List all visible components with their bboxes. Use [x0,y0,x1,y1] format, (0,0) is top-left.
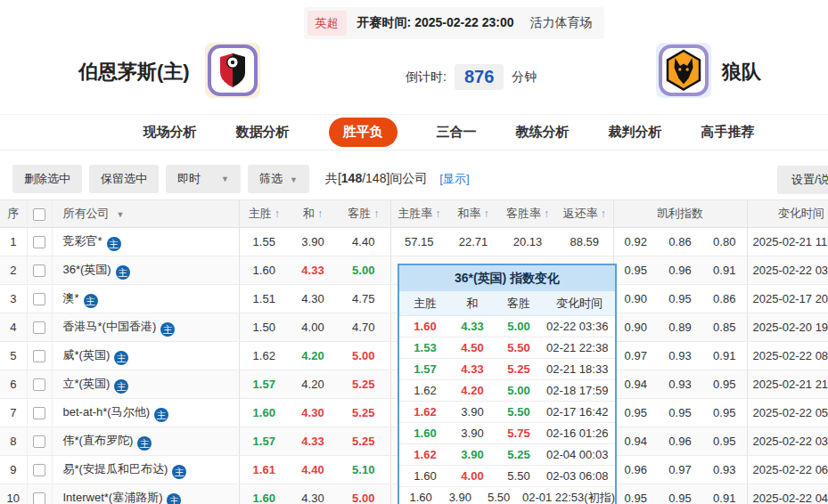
odds-lose-cell: 5.00 [337,256,390,285]
kelly-lose-cell: 0.80 [702,228,747,256]
odds-win-cell: 1.51 [239,285,289,313]
odds-win-cell: 1.61 [239,456,289,484]
return-rate-cell: 88.59 [556,228,613,256]
company-name: Interwet*(塞浦路斯) [63,491,163,504]
filter-button[interactable]: 筛选▼ [248,165,309,193]
tab-4[interactable]: 教练分析 [516,124,570,141]
row-checkbox[interactable] [33,378,45,391]
odds-draw-cell: 4.30 [289,399,337,427]
odds-win-cell: 1.57 [239,370,289,399]
home-indicator-icon: 主 [154,408,168,422]
popup-col-3: 变化时间 [544,296,615,312]
popup-row: 1.623.905.5002-17 16:42 [399,402,615,423]
kelly-draw-cell: 0.97 [658,456,702,484]
col-select [27,200,52,228]
col-lose-sort[interactable]: 客胜↑ [337,200,390,228]
col-win-sort[interactable]: 主胜↑ [239,200,289,228]
show-link[interactable]: [显示] [439,171,469,187]
analysis-tabs: 现场分析数据分析胜平负三合一教练分析裁判分析高手推荐 [0,114,828,150]
odds-mode-select[interactable]: 即时▼ [166,165,241,193]
popup-win: 1.60 [399,469,451,483]
popup-draw: 4.00 [451,469,494,483]
popup-row: 1.603.905.5002-01 22:53(初指) [399,487,615,504]
company-name: 36*(英国) [63,263,111,276]
tab-2-active[interactable]: 胜平负 [329,118,398,147]
select-all-checkbox[interactable] [33,208,45,221]
popup-row: 1.623.905.2502-04 00:03 [399,444,615,466]
col-change-time-sort[interactable]: 变化时间↑ [747,200,828,228]
company-cell[interactable]: Interwet*(塞浦路斯)主 [52,484,239,504]
company-cell[interactable]: 澳*主 [52,285,239,313]
popup-col-1: 和 [451,296,494,312]
settings-button[interactable]: 设置/说明 [777,166,828,194]
col-return-rate-sort[interactable]: 返还率↑ [556,200,613,228]
popup-title: 36*(英国) 指数变化 [399,265,615,291]
tab-0[interactable]: 现场分析 [143,124,197,141]
company-cell[interactable]: 易*(安提瓜和巴布达)主 [52,456,239,484]
company-cell[interactable]: 立*(英国)主 [52,370,239,399]
chevron-down-icon: ▼ [290,175,298,184]
kelly-win-cell: 0.94 [613,427,658,456]
row-checkbox[interactable] [33,236,45,248]
venue: 活力体育场 [529,15,592,31]
popup-lose: 5.00 [494,384,544,397]
tab-1[interactable]: 数据分析 [236,124,290,141]
tab-5[interactable]: 裁判分析 [609,124,662,141]
popup-lose: 5.75 [494,427,544,440]
row-checkbox[interactable] [33,293,45,305]
odds-lose-cell: 5.25 [337,427,390,456]
keep-selected-button[interactable]: 保留选中 [89,165,159,193]
change-time-cell: 2025-02-22 08:18 [747,342,828,370]
row-select-cell [27,456,52,484]
row-checkbox[interactable] [33,492,45,504]
row-checkbox[interactable] [33,350,45,362]
popup-draw: 4.20 [451,384,494,397]
popup-change-time: 02-16 01:26 [544,427,615,440]
row-checkbox[interactable] [33,435,45,448]
company-name: bet-at-h*(马尔他) [63,405,151,419]
popup-win: 1.62 [399,405,451,419]
col-kelly: 凯利指数 [613,200,747,228]
tab-3[interactable]: 三合一 [437,124,477,141]
kelly-draw-cell: 0.96 [658,256,702,285]
company-cell[interactable]: bet-at-h*(马尔他)主 [52,399,239,427]
kelly-lose-cell: 0.86 [702,285,747,313]
company-cell[interactable]: 威*(英国)主 [52,342,239,370]
odds-lose-cell: 4.40 [337,228,390,256]
company-name: 竞彩官* [63,234,102,248]
win-rate-cell: 57.15 [390,228,447,256]
popup-lose: 5.25 [494,448,544,461]
company-cell[interactable]: 竞彩官*主 [52,228,239,256]
popup-draw: 3.90 [451,427,494,440]
row-select-cell [27,370,52,399]
kickoff-time: 开赛时间:2025-02-22 23:00 [357,15,514,31]
delete-selected-button[interactable]: 删除选中 [12,165,82,193]
odds-lose-cell: 5.25 [337,399,390,427]
kelly-win-cell: 0.95 [613,399,658,427]
col-draw-rate-sort[interactable]: 和率↑ [447,200,499,228]
row-checkbox[interactable] [33,407,45,419]
company-cell[interactable]: 伟*(直布罗陀)主 [52,427,239,456]
popup-change-time: 02-17 16:42 [544,405,615,419]
row-checkbox[interactable] [33,321,45,334]
popup-row: 1.604.335.0002-22 03:36 [399,316,615,337]
lose-rate-cell: 20.13 [499,228,556,256]
kelly-win-cell: 0.96 [613,456,658,484]
odds-win-cell: 1.50 [239,313,289,342]
company-cell[interactable]: 香港马*(中国香港)主 [52,313,239,342]
change-time-cell: 2025-02-17 20:51 [747,285,828,313]
col-lose-rate-sort[interactable]: 客胜率↑ [499,200,556,228]
col-company[interactable]: 所有公司▼ [52,200,239,228]
row-checkbox[interactable] [33,264,45,277]
company-cell[interactable]: 36*(英国)主 [52,256,239,285]
tab-6[interactable]: 高手推荐 [701,124,755,141]
kelly-win-cell: 0.92 [613,228,658,256]
home-indicator-icon: 主 [137,436,152,451]
sort-up-icon: ↑ [544,207,549,220]
col-draw-sort[interactable]: 和↑ [289,200,337,228]
row-checkbox[interactable] [33,464,45,476]
odds-draw-cell: 4.20 [289,342,337,370]
change-time-cell: 2025-02-21 21:20 [747,370,828,399]
col-win-rate-sort[interactable]: 主胜率↑ [390,200,447,228]
odds-win-cell: 1.60 [239,399,289,427]
